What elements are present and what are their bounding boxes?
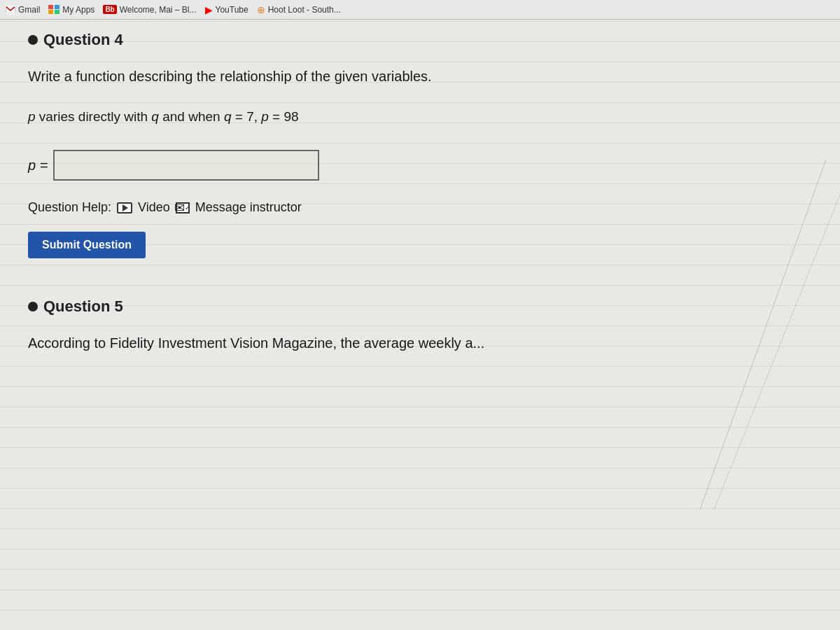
question-help-row: Question Help: Video ✉ Message instructo… (28, 200, 812, 215)
video-link[interactable]: Video (138, 200, 170, 215)
video-icon (117, 202, 132, 214)
question-help-label: Question Help: (28, 200, 111, 215)
tab-blackboard[interactable]: Bb Welcome, Mai – Bl... (103, 5, 196, 15)
main-content: Question 4 Write a function describing t… (0, 20, 840, 630)
condition-text1: varies directly with (39, 109, 152, 124)
myapps-label: My Apps (62, 5, 94, 15)
condition-q-val: q = 7, p = 98 (224, 109, 299, 124)
question5-section: Question 5 According to Fidelity Investm… (28, 298, 812, 354)
condition-p: p (28, 109, 36, 124)
answer-input[interactable] (53, 150, 319, 181)
hoot-icon: ⊕ (257, 4, 265, 15)
question4-condition: p varies directly with q and when q = 7,… (28, 106, 812, 127)
tab-hoot[interactable]: ⊕ Hoot Loot - South... (257, 4, 341, 15)
question4-header: Question 4 (28, 31, 812, 49)
hoot-label: Hoot Loot - South... (268, 5, 341, 15)
condition-text2: and when (162, 109, 224, 124)
tab-gmail[interactable]: Gmail (6, 5, 40, 15)
question5-header: Question 5 (28, 298, 812, 316)
answer-label: p = (28, 158, 48, 174)
youtube-icon: ▶ (205, 4, 213, 15)
blackboard-icon: Bb (103, 5, 116, 14)
message-icon: ✉ (176, 202, 190, 214)
gmail-icon (6, 5, 15, 15)
tab-myapps[interactable]: My Apps (48, 5, 94, 15)
question4-title: Question 4 (43, 31, 123, 49)
condition-q: q (151, 109, 159, 124)
tab-bar: Gmail My Apps Bb Welcome, Mai – Bl... ▶ … (0, 0, 840, 20)
blackboard-title: Welcome, Mai – Bl... (120, 5, 197, 15)
tab-youtube[interactable]: ▶ YouTube (205, 4, 248, 15)
message-instructor-link[interactable]: Message instructor (195, 200, 302, 215)
myapps-icon (48, 5, 59, 15)
question5-text-preview: According to Fidelity Investment Vision … (28, 332, 812, 354)
answer-row: p = (28, 150, 812, 181)
question4-bullet (28, 35, 38, 45)
gmail-label: Gmail (18, 5, 40, 15)
question5-bullet (28, 302, 38, 312)
question5-title: Question 5 (43, 298, 123, 316)
submit-button[interactable]: Submit Question (28, 232, 146, 258)
question4-instruction: Write a function describing the relation… (28, 66, 812, 87)
youtube-label: YouTube (216, 5, 248, 15)
